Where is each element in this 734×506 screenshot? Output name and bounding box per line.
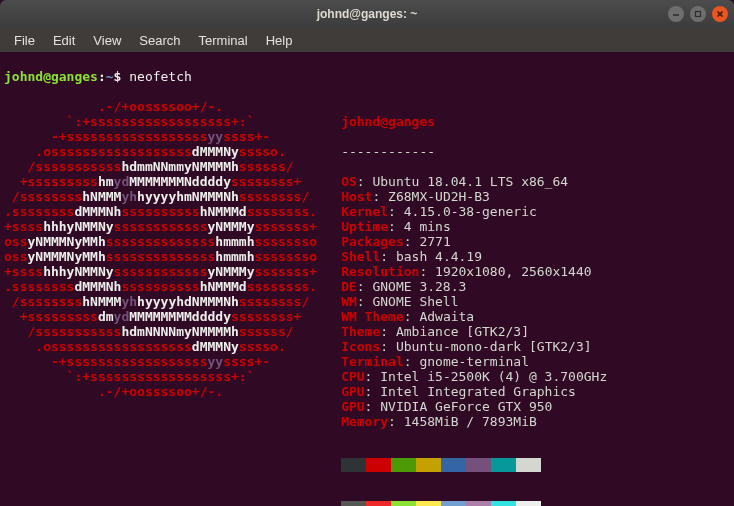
close-icon bbox=[716, 10, 724, 18]
color-swatch bbox=[391, 458, 416, 472]
ascii-art: .-/+oossssoo+/-. `:+ssssssssssssssssss+:… bbox=[4, 99, 317, 506]
color-swatch bbox=[341, 501, 366, 506]
color-swatch bbox=[391, 501, 416, 506]
info-row: DE: GNOME 3.28.3 bbox=[341, 279, 607, 294]
info-value: : NVIDIA GeForce GTX 950 bbox=[365, 399, 553, 414]
info-label: CPU bbox=[341, 369, 364, 384]
window-title: johnd@ganges: ~ bbox=[0, 7, 734, 21]
info-label: Kernel bbox=[341, 204, 388, 219]
info-row: WM Theme: Adwaita bbox=[341, 309, 607, 324]
info-label: Theme bbox=[341, 324, 380, 339]
color-swatch bbox=[466, 458, 491, 472]
menu-edit[interactable]: Edit bbox=[45, 31, 83, 50]
color-swatch bbox=[366, 458, 391, 472]
menu-terminal[interactable]: Terminal bbox=[191, 31, 256, 50]
prompt-path: ~ bbox=[106, 69, 114, 84]
info-value: : Adwaita bbox=[404, 309, 474, 324]
info-label: Uptime bbox=[341, 219, 388, 234]
info-label: DE bbox=[341, 279, 357, 294]
info-label: WM bbox=[341, 294, 357, 309]
info-value: : GNOME Shell bbox=[357, 294, 459, 309]
close-button[interactable] bbox=[712, 6, 728, 22]
info-value: : gnome-terminal bbox=[404, 354, 529, 369]
menu-search[interactable]: Search bbox=[131, 31, 188, 50]
info-value: : Ambiance [GTK2/3] bbox=[380, 324, 529, 339]
color-swatch bbox=[516, 458, 541, 472]
info-value: : GNOME 3.28.3 bbox=[357, 279, 467, 294]
info-value: : 1458MiB / 7893MiB bbox=[388, 414, 537, 429]
info-value: : bash 4.4.19 bbox=[380, 249, 482, 264]
color-swatch bbox=[491, 458, 516, 472]
system-info: johnd@ganges ------------ OS: Ubuntu 18.… bbox=[317, 99, 607, 506]
info-value: : 4 mins bbox=[388, 219, 451, 234]
info-row: GPU: Intel Integrated Graphics bbox=[341, 384, 607, 399]
info-row: Uptime: 4 mins bbox=[341, 219, 607, 234]
info-value: : Ubuntu 18.04.1 LTS x86_64 bbox=[357, 174, 568, 189]
window-controls bbox=[668, 6, 728, 22]
info-label: GPU bbox=[341, 399, 364, 414]
info-row: WM: GNOME Shell bbox=[341, 294, 607, 309]
prompt-user-host: johnd@ganges bbox=[4, 69, 98, 84]
info-label: Packages bbox=[341, 234, 404, 249]
info-row: CPU: Intel i5-2500K (4) @ 3.700GHz bbox=[341, 369, 607, 384]
info-label: Memory bbox=[341, 414, 388, 429]
info-value: : Ubuntu-mono-dark [GTK2/3] bbox=[380, 339, 591, 354]
info-value: : 2771 bbox=[404, 234, 451, 249]
info-label: Host bbox=[341, 189, 372, 204]
menubar: File Edit View Search Terminal Help bbox=[0, 28, 734, 52]
info-label: Shell bbox=[341, 249, 380, 264]
info-row: Resolution: 1920x1080, 2560x1440 bbox=[341, 264, 607, 279]
info-row: Packages: 2771 bbox=[341, 234, 607, 249]
info-value: : Intel Integrated Graphics bbox=[365, 384, 576, 399]
info-label: Icons bbox=[341, 339, 380, 354]
info-row: OS: Ubuntu 18.04.1 LTS x86_64 bbox=[341, 174, 607, 189]
info-rows: OS: Ubuntu 18.04.1 LTS x86_64Host: Z68MX… bbox=[341, 174, 607, 429]
info-row: Icons: Ubuntu-mono-dark [GTK2/3] bbox=[341, 339, 607, 354]
terminal-output[interactable]: johnd@ganges:~$ neofetch .-/+oossssoo+/-… bbox=[0, 52, 734, 506]
color-swatch bbox=[366, 501, 391, 506]
color-swatch bbox=[416, 458, 441, 472]
color-palette-row2 bbox=[341, 501, 607, 506]
info-value: : 4.15.0-38-generic bbox=[388, 204, 537, 219]
info-separator: ------------ bbox=[341, 144, 435, 159]
menu-view[interactable]: View bbox=[85, 31, 129, 50]
command-text: neofetch bbox=[121, 69, 191, 84]
info-row: Kernel: 4.15.0-38-generic bbox=[341, 204, 607, 219]
color-swatch bbox=[516, 501, 541, 506]
info-title: johnd@ganges bbox=[341, 114, 435, 129]
info-row: Host: Z68MX-UD2H-B3 bbox=[341, 189, 607, 204]
prompt-line: johnd@ganges:~$ neofetch bbox=[4, 69, 730, 84]
color-swatch bbox=[441, 501, 466, 506]
info-label: Resolution bbox=[341, 264, 419, 279]
info-row: Memory: 1458MiB / 7893MiB bbox=[341, 414, 607, 429]
color-swatch bbox=[416, 501, 441, 506]
info-value: : Intel i5-2500K (4) @ 3.700GHz bbox=[365, 369, 608, 384]
neofetch-output: .-/+oossssoo+/-. `:+ssssssssssssssssss+:… bbox=[4, 99, 730, 506]
color-swatch bbox=[341, 458, 366, 472]
color-swatch bbox=[466, 501, 491, 506]
menu-file[interactable]: File bbox=[6, 31, 43, 50]
info-row: Theme: Ambiance [GTK2/3] bbox=[341, 324, 607, 339]
info-label: Terminal bbox=[341, 354, 404, 369]
info-row: Shell: bash 4.4.19 bbox=[341, 249, 607, 264]
info-row: Terminal: gnome-terminal bbox=[341, 354, 607, 369]
maximize-button[interactable] bbox=[690, 6, 706, 22]
color-swatch bbox=[491, 501, 516, 506]
color-swatch bbox=[441, 458, 466, 472]
minimize-button[interactable] bbox=[668, 6, 684, 22]
info-label: GPU bbox=[341, 384, 364, 399]
minimize-icon bbox=[672, 10, 680, 18]
titlebar: johnd@ganges: ~ bbox=[0, 0, 734, 28]
maximize-icon bbox=[694, 10, 702, 18]
info-label: WM Theme bbox=[341, 309, 404, 324]
color-palette-row1 bbox=[341, 458, 607, 472]
info-value: : Z68MX-UD2H-B3 bbox=[372, 189, 489, 204]
menu-help[interactable]: Help bbox=[258, 31, 301, 50]
info-label: OS bbox=[341, 174, 357, 189]
prompt-separator: : bbox=[98, 69, 106, 84]
svg-rect-1 bbox=[696, 12, 701, 17]
info-value: : 1920x1080, 2560x1440 bbox=[419, 264, 591, 279]
info-row: GPU: NVIDIA GeForce GTX 950 bbox=[341, 399, 607, 414]
